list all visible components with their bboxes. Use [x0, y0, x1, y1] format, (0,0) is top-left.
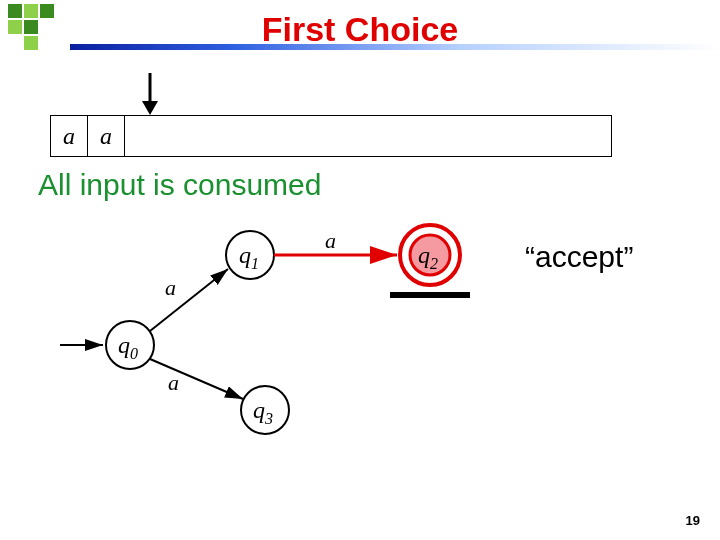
input-tape: a a — [50, 115, 612, 157]
accept-label: “accept” — [525, 240, 633, 274]
state-q3: q3 — [253, 397, 273, 428]
tape-head-arrow — [140, 73, 160, 119]
edge-label-q0-q3: a — [168, 370, 179, 396]
state-q2: q2 — [418, 242, 438, 273]
tape-blank — [125, 116, 611, 156]
svg-marker-1 — [142, 101, 158, 115]
svg-line-9 — [150, 359, 243, 399]
slide-title: First Choice — [0, 10, 720, 49]
tape-cell: a — [51, 116, 88, 156]
nfa-diagram: q0 q1 q2 q3 a a a — [60, 215, 540, 435]
svg-line-8 — [150, 269, 228, 331]
tape-cell: a — [88, 116, 125, 156]
page-number: 19 — [686, 513, 700, 528]
edge-label-q0-q1: a — [165, 275, 176, 301]
state-q0: q0 — [118, 332, 138, 363]
state-q1: q1 — [239, 242, 259, 273]
edge-label-q1-q2: a — [325, 228, 336, 254]
status-text: All input is consumed — [38, 168, 321, 202]
